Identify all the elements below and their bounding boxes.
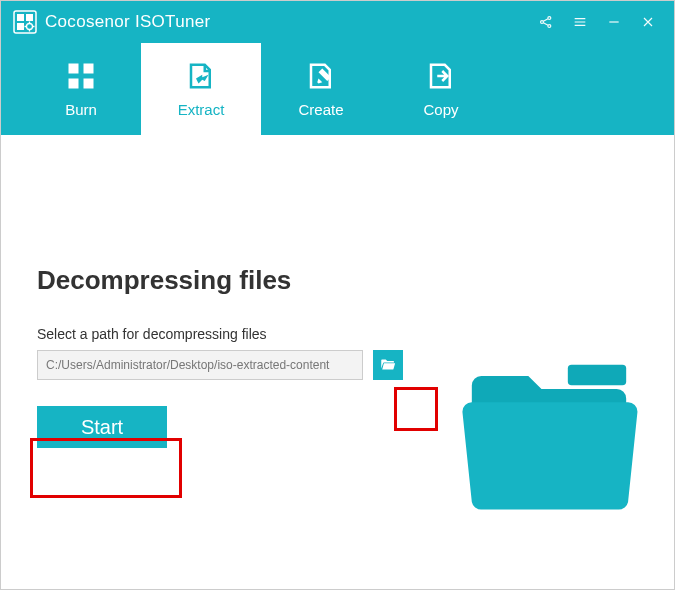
main-content: Decompressing files Select a path for de… (1, 135, 674, 590)
path-input[interactable] (37, 350, 363, 380)
browse-button[interactable] (373, 350, 403, 380)
app-title: Cocosenor ISOTuner (45, 12, 210, 32)
svg-rect-1 (17, 14, 24, 21)
create-icon (306, 61, 336, 95)
minimize-icon[interactable] (600, 8, 628, 36)
highlight-browse (394, 387, 438, 431)
tab-create[interactable]: Create (261, 43, 381, 135)
start-button-label: Start (81, 416, 123, 438)
svg-rect-10 (69, 78, 79, 88)
page-title: Decompressing files (37, 265, 638, 296)
share-icon[interactable] (532, 8, 560, 36)
svg-rect-3 (17, 23, 24, 30)
burn-grid-icon (66, 61, 96, 95)
tab-extract-label: Extract (178, 101, 225, 118)
svg-rect-2 (26, 14, 33, 21)
close-icon[interactable] (634, 8, 662, 36)
extract-icon (186, 61, 216, 95)
svg-rect-12 (568, 365, 626, 386)
tab-extract[interactable]: Extract (141, 43, 261, 135)
instruction-text: Select a path for decompressing files (37, 326, 638, 342)
svg-rect-8 (69, 63, 79, 73)
menu-icon[interactable] (566, 8, 594, 36)
folder-open-icon (379, 355, 397, 376)
tab-create-label: Create (298, 101, 343, 118)
start-button[interactable]: Start (37, 406, 167, 448)
svg-rect-9 (84, 63, 94, 73)
svg-rect-11 (84, 78, 94, 88)
titlebar: Cocosenor ISOTuner (1, 1, 674, 43)
svg-point-7 (548, 25, 551, 28)
tab-copy-label: Copy (423, 101, 458, 118)
tab-copy[interactable]: Copy (381, 43, 501, 135)
app-logo-icon (13, 10, 37, 34)
tab-bar: Burn Extract Create Copy (1, 43, 674, 135)
svg-point-5 (541, 21, 544, 24)
tab-burn-label: Burn (65, 101, 97, 118)
svg-point-4 (27, 24, 33, 30)
svg-point-6 (548, 17, 551, 20)
tab-burn[interactable]: Burn (21, 43, 141, 135)
folder-illustration-icon (454, 359, 644, 519)
copy-icon (426, 61, 456, 95)
